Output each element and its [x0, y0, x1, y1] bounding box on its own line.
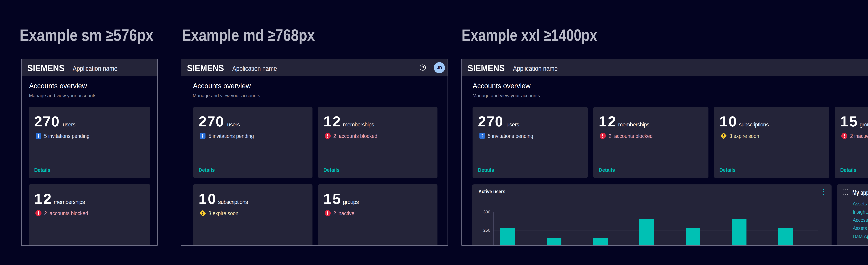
svg-text:?: ?: [421, 65, 424, 70]
